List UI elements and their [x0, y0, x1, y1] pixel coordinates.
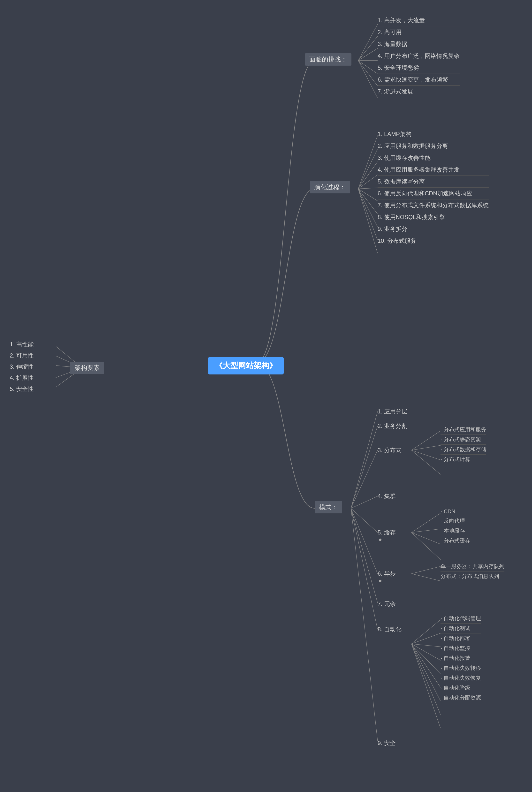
svg-line-27 [351, 496, 378, 508]
auto-2: - 自动化测试 [440, 624, 481, 634]
svg-line-21 [358, 189, 378, 227]
auto-8: - 自动化降级 [440, 683, 481, 693]
pattern-3-label: 3. 分布式 [378, 446, 401, 455]
node-challenges: 面临的挑战： [305, 53, 352, 65]
svg-line-42 [412, 574, 440, 581]
pattern-item-5: 5. 缓存 [378, 528, 396, 542]
challenge-3: 3. 海量数据 [378, 38, 460, 50]
challenge-2: 2. 高可用 [378, 26, 460, 38]
svg-line-48 [412, 644, 440, 687]
svg-line-33 [412, 431, 440, 450]
challenges-items: 1. 高并发，大流量 2. 高可用 3. 海量数据 4. 用户分布广泛，网络情况… [378, 15, 460, 97]
svg-line-22 [358, 189, 378, 240]
evolution-5: 5. 数据库读写分离 [378, 176, 489, 188]
async-2: 分布式：分布式消息队列 [440, 571, 505, 581]
left-item-5: 5. 安全性 [10, 383, 34, 395]
dist-4: - 分布式计算 [440, 455, 486, 464]
pattern-6-subitems: 单一服务器：共享内存队列 分布式：分布式消息队列 [440, 562, 505, 581]
svg-line-50 [412, 644, 440, 715]
pattern-4-label: 4. 集群 [378, 491, 396, 501]
auto-4: - 自动化监控 [440, 643, 481, 653]
svg-line-23 [358, 189, 378, 253]
pattern-1-label: 1. 应用分层 [378, 407, 407, 416]
svg-line-40 [412, 532, 440, 560]
svg-line-31 [351, 508, 378, 629]
svg-line-41 [412, 566, 440, 574]
svg-line-35 [412, 450, 440, 460]
dist-3: - 分布式数据和存储 [440, 445, 486, 455]
pattern-item-1: 1. 应用分层 [378, 407, 407, 416]
pattern-6-label: 6. 异步 [378, 569, 396, 579]
svg-line-28 [351, 508, 378, 532]
svg-line-24 [351, 412, 378, 508]
pattern-item-9: 9. 安全 [378, 738, 396, 748]
auto-9: - 自动化分配资源 [440, 693, 481, 703]
pattern-item-4: 4. 集群 [378, 491, 396, 501]
pattern-7-label: 7. 冗余 [378, 599, 396, 609]
svg-line-39 [412, 532, 440, 544]
left-item-4: 4. 扩展性 [10, 372, 34, 383]
svg-line-25 [351, 426, 378, 508]
challenge-5: 5. 安全环境恶劣 [378, 62, 460, 74]
challenge-7: 7. 渐进式发展 [378, 86, 460, 97]
center-node: 《大型网站架构》 [208, 357, 284, 375]
svg-line-8 [358, 36, 378, 60]
evolution-3: 3. 使用缓存改善性能 [378, 152, 489, 164]
svg-line-14 [358, 135, 378, 189]
pattern-item-8: 8. 自动化 [378, 624, 401, 634]
svg-line-13 [358, 60, 378, 98]
evolution-6: 6. 使用反向代理和CDN加速网站响应 [378, 188, 489, 200]
pattern-3-subitems: - 分布式应用和服务 - 分布式静态资源 - 分布式数据和存储 - 分布式计算 [440, 425, 486, 464]
svg-line-7 [358, 24, 378, 60]
svg-line-36 [412, 450, 440, 474]
svg-line-43 [412, 620, 440, 644]
async-1: 单一服务器：共享内存队列 [440, 562, 505, 571]
svg-line-9 [358, 49, 378, 60]
pattern-5-subitems: - CDN - 反向代理 - 本地缓存 - 分布式缓存 [440, 507, 470, 546]
evolution-1: 1. LAMP架构 [378, 128, 489, 140]
challenge-4: 4. 用户分布广泛，网络情况复杂 [378, 50, 460, 62]
pattern-item-6: 6. 异步 [378, 569, 396, 583]
evolution-2: 2. 应用服务和数据服务分离 [378, 140, 489, 152]
cache-3: - 本地缓存 [440, 526, 470, 536]
svg-line-32 [351, 508, 378, 741]
svg-line-30 [351, 508, 378, 603]
svg-line-46 [412, 644, 440, 660]
svg-line-16 [358, 162, 378, 189]
left-item-3: 3. 伸缩性 [10, 361, 34, 372]
svg-line-37 [412, 513, 440, 532]
svg-line-26 [351, 450, 378, 508]
node-patterns: 模式： [315, 501, 342, 513]
svg-line-45 [412, 644, 440, 647]
evolution-label: 演化过程： [310, 181, 350, 193]
evolution-9: 9. 业务拆分 [378, 223, 489, 235]
patterns-label: 模式： [315, 501, 342, 513]
pattern-9-label: 9. 安全 [378, 738, 396, 748]
evolution-8: 8. 使用NOSQL和搜索引擎 [378, 211, 489, 223]
cache-4: - 分布式缓存 [440, 536, 470, 546]
evolution-10: 10. 分布式服务 [378, 235, 489, 247]
svg-line-11 [358, 60, 378, 74]
svg-line-47 [412, 644, 440, 674]
node-architecture-elements: 架构要素 [70, 362, 104, 374]
pattern-8-label: 8. 自动化 [378, 624, 401, 634]
left-items-list: 1. 高性能 2. 可用性 3. 伸缩性 4. 扩展性 5. 安全性 [10, 339, 34, 395]
auto-3: - 自动化部署 [440, 634, 481, 643]
dist-2: - 分布式静态资源 [440, 435, 486, 445]
architecture-elements-label: 架构要素 [70, 362, 104, 374]
challenge-6: 6. 需求快速变更，发布频繁 [378, 74, 460, 86]
svg-line-17 [358, 175, 378, 189]
evolution-items: 1. LAMP架构 2. 应用服务和数据服务分离 3. 使用缓存改善性能 4. … [378, 128, 489, 247]
svg-line-44 [412, 633, 440, 644]
svg-line-29 [351, 508, 378, 574]
svg-line-38 [412, 529, 440, 532]
svg-line-20 [358, 189, 378, 214]
challenges-label: 面临的挑战： [305, 53, 352, 65]
pattern-item-2: 2. 业务分割 [378, 421, 407, 431]
svg-line-15 [358, 149, 378, 189]
dist-1: - 分布式应用和服务 [440, 425, 486, 435]
mind-map: 《大型网站架构》 架构要素 1. 高性能 2. 可用性 3. 伸缩性 4. 扩展… [0, 0, 532, 792]
svg-line-34 [412, 446, 440, 450]
svg-line-19 [358, 189, 378, 201]
evolution-7: 7. 使用分布式文件系统和分布式数据库系统 [378, 200, 489, 211]
